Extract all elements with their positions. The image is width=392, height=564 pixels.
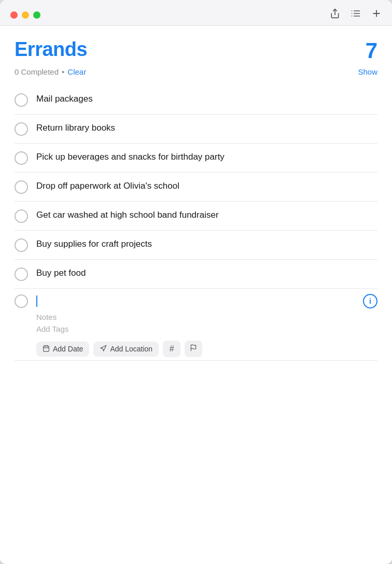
new-task-checkbox[interactable] xyxy=(15,294,28,308)
task-text-5: Get car washed at high school band fundr… xyxy=(36,209,377,221)
title-bar xyxy=(0,0,392,26)
task-item: Buy supplies for craft projects xyxy=(15,231,377,260)
clear-button[interactable]: Clear xyxy=(67,67,86,76)
close-button[interactable] xyxy=(10,11,18,19)
hashtag-icon: # xyxy=(170,344,174,354)
task-item: Buy pet food xyxy=(15,260,377,289)
completed-label: 0 Completed xyxy=(15,67,59,76)
task-checkbox-1[interactable] xyxy=(15,93,28,107)
task-text-7: Buy pet food xyxy=(36,267,377,279)
calendar-icon xyxy=(43,345,50,354)
info-button[interactable]: i xyxy=(363,294,377,308)
add-tag-button[interactable]: # xyxy=(163,341,180,357)
task-text-1: Mail packages xyxy=(36,93,377,105)
task-text-4: Drop off paperwork at Olivia's school xyxy=(36,180,377,192)
task-item: Get car washed at high school band fundr… xyxy=(15,202,377,231)
show-button[interactable]: Show xyxy=(358,67,377,76)
add-location-label: Add Location xyxy=(110,345,152,353)
action-buttons-row: Add Date Add Location xyxy=(36,341,377,357)
task-checkbox-7[interactable] xyxy=(15,267,28,281)
task-item: Return library books xyxy=(15,115,377,144)
traffic-lights xyxy=(10,11,40,19)
new-task-item: i Notes Add Tags xyxy=(15,289,377,361)
maximize-button[interactable] xyxy=(33,11,40,19)
completed-row: 0 Completed • Clear Show xyxy=(15,67,377,76)
new-task-input[interactable] xyxy=(36,295,37,307)
task-text-2: Return library books xyxy=(36,122,377,134)
content-area: Errands 7 0 Completed • Clear Show Mail … xyxy=(0,26,392,564)
task-text-6: Buy supplies for craft projects xyxy=(36,238,377,250)
task-text-3: Pick up beverages and snacks for birthda… xyxy=(36,151,377,163)
task-checkbox-2[interactable] xyxy=(15,122,28,136)
tags-placeholder[interactable]: Add Tags xyxy=(36,325,377,333)
task-checkbox-6[interactable] xyxy=(15,238,28,252)
add-flag-button[interactable] xyxy=(185,341,202,357)
completed-info: 0 Completed • Clear xyxy=(15,67,86,76)
text-cursor xyxy=(36,295,37,307)
task-checkbox-4[interactable] xyxy=(15,180,28,194)
app-window: Errands 7 0 Completed • Clear Show Mail … xyxy=(0,0,392,564)
separator-dot: • xyxy=(62,67,64,76)
task-count: 7 xyxy=(366,38,377,63)
title-bar-actions xyxy=(330,8,382,21)
new-task-row: i Notes Add Tags xyxy=(15,294,377,357)
task-item: Mail packages xyxy=(15,86,377,115)
header-row: Errands 7 xyxy=(15,38,377,63)
flag-icon xyxy=(190,344,197,354)
add-location-button[interactable]: Add Location xyxy=(93,342,159,357)
add-date-label: Add Date xyxy=(53,345,83,353)
list-title: Errands xyxy=(15,38,87,61)
tasks-list: Mail packages Return library books Pick … xyxy=(15,86,377,361)
editing-input-row: i xyxy=(36,294,377,308)
editing-right: i Notes Add Tags xyxy=(36,294,377,357)
add-task-icon[interactable] xyxy=(371,8,382,21)
location-icon xyxy=(100,345,107,354)
notes-placeholder[interactable]: Notes xyxy=(36,313,377,321)
minimize-button[interactable] xyxy=(22,11,29,19)
add-date-button[interactable]: Add Date xyxy=(36,342,89,357)
share-icon[interactable] xyxy=(330,8,340,21)
svg-marker-13 xyxy=(101,345,106,351)
task-item: Drop off paperwork at Olivia's school xyxy=(15,173,377,202)
info-icon: i xyxy=(369,297,371,305)
task-item: Pick up beverages and snacks for birthda… xyxy=(15,144,377,173)
task-checkbox-5[interactable] xyxy=(15,209,28,223)
svg-rect-9 xyxy=(44,346,49,351)
list-options-icon[interactable] xyxy=(351,8,361,21)
task-checkbox-3[interactable] xyxy=(15,151,28,165)
